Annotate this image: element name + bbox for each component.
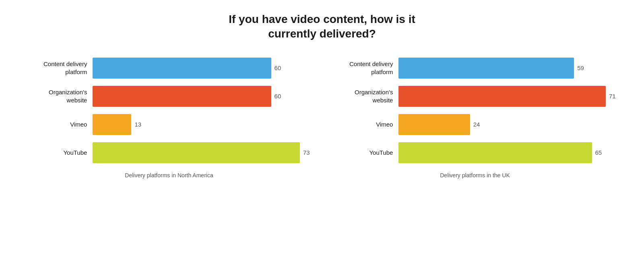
bar-value-label: 71 (609, 93, 616, 100)
bar-track: 24 (398, 114, 615, 135)
chart-section-north-america: Content deliveryplatform60Organization's… (28, 58, 310, 179)
chart-subtitle-uk: Delivery platforms in the UK (334, 172, 615, 179)
bar-value-label: 65 (595, 149, 602, 156)
bar-label: YouTube (28, 149, 93, 157)
bar-track: 60 (93, 86, 310, 107)
bar-fill (93, 114, 131, 135)
bar-row: Content deliveryplatform59 (334, 58, 615, 79)
bar-fill (398, 58, 574, 79)
bar-value-label: 59 (577, 64, 584, 71)
charts-container: Content deliveryplatform60Organization's… (16, 58, 628, 179)
bar-fill (93, 58, 271, 79)
bar-row: Content deliveryplatform60 (28, 58, 310, 79)
bar-track: 60 (93, 58, 310, 79)
bar-row: Vimeo24 (334, 114, 615, 135)
bar-label: Vimeo (28, 120, 93, 129)
bar-fill (398, 86, 606, 107)
bar-row: Organization'swebsite71 (334, 86, 615, 107)
bar-track: 59 (398, 58, 615, 79)
bar-value-label: 60 (275, 93, 281, 100)
bar-fill (93, 142, 300, 163)
bar-row: Organization'swebsite60 (28, 86, 310, 107)
bar-row: YouTube73 (28, 142, 310, 163)
bar-value-label: 24 (473, 121, 480, 128)
chart-bars-north-america: Content deliveryplatform60Organization's… (28, 58, 310, 163)
page-title: If you have video content, how is itcurr… (229, 12, 415, 42)
bar-track: 65 (398, 142, 615, 163)
bar-row: YouTube65 (334, 142, 615, 163)
bar-value-label: 13 (134, 121, 141, 128)
bar-label: Content deliveryplatform (334, 60, 398, 76)
bar-track: 13 (93, 114, 310, 135)
bar-fill (398, 142, 592, 163)
chart-bars-uk: Content deliveryplatform59Organization's… (334, 58, 615, 163)
bar-fill (93, 86, 271, 107)
bar-label: Organization'swebsite (334, 88, 398, 104)
bar-label: Vimeo (334, 120, 398, 129)
bar-fill (398, 114, 470, 135)
bar-track: 71 (398, 86, 615, 107)
bar-value-label: 60 (275, 64, 281, 71)
bar-track: 73 (93, 142, 310, 163)
chart-section-uk: Content deliveryplatform59Organization's… (334, 58, 615, 179)
bar-label: Content deliveryplatform (28, 60, 93, 76)
bar-row: Vimeo13 (28, 114, 310, 135)
bar-label: YouTube (334, 149, 398, 157)
chart-subtitle-north-america: Delivery platforms in North America (28, 172, 310, 179)
bar-value-label: 73 (303, 149, 310, 156)
bar-label: Organization'swebsite (28, 88, 93, 104)
